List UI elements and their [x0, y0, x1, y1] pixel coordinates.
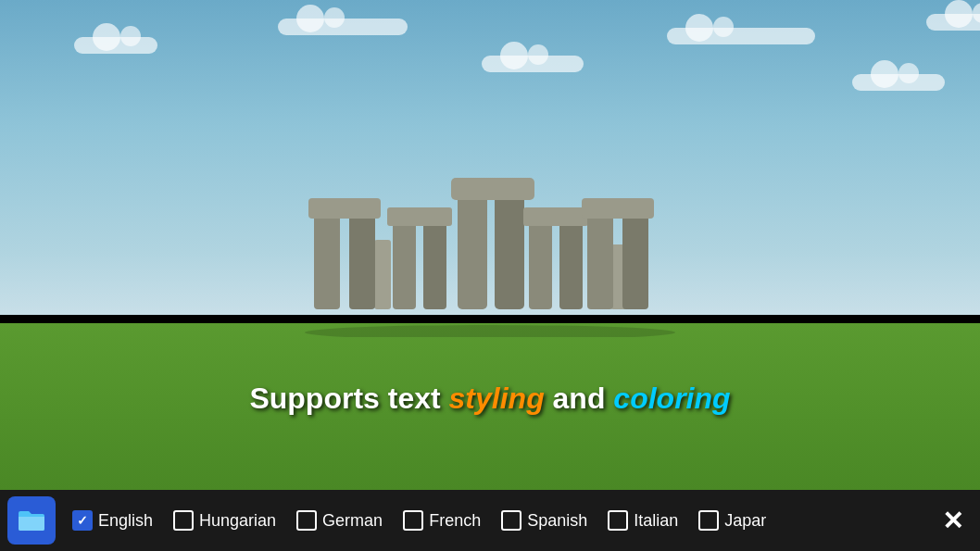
cloud: [926, 14, 980, 31]
cloud: [74, 37, 157, 54]
cloud: [482, 56, 584, 72]
lang-label-french: French: [429, 511, 481, 531]
lang-item-hungarian[interactable]: Hungarian: [164, 505, 285, 536]
svg-rect-12: [495, 189, 524, 309]
checkbox-italian[interactable]: [608, 510, 628, 531]
svg-rect-5: [314, 207, 340, 309]
subtitle: Supports text styling and coloring: [249, 382, 730, 416]
cloud: [278, 19, 408, 35]
language-list: EnglishHungarianGermanFrenchSpanishItali…: [63, 505, 775, 536]
lang-label-german: German: [322, 511, 383, 531]
close-icon: ✕: [942, 506, 963, 536]
toolbar: EnglishHungarianGermanFrenchSpanishItali…: [0, 490, 980, 551]
lang-item-french[interactable]: French: [394, 505, 490, 536]
checkbox-french[interactable]: [403, 510, 423, 531]
svg-rect-16: [523, 207, 588, 226]
subtitle-part1: Supports text: [249, 382, 448, 415]
lang-label-english: English: [98, 511, 153, 531]
lang-label-spanish: Spanish: [527, 511, 587, 531]
subtitle-part4: coloring: [613, 382, 730, 415]
checkbox-german[interactable]: [296, 510, 317, 531]
folder-icon: [17, 507, 46, 533]
close-button[interactable]: ✕: [932, 500, 973, 541]
svg-rect-2: [374, 240, 391, 309]
app: Supports text styling and coloring Engli…: [0, 0, 980, 551]
subtitle-part2: styling: [449, 382, 545, 415]
lang-label-italian: Italian: [634, 511, 678, 531]
svg-rect-19: [582, 198, 654, 219]
lang-item-spanish[interactable]: Spanish: [492, 505, 597, 536]
subtitle-part3: and: [545, 382, 614, 415]
checkbox-hungarian[interactable]: [173, 510, 194, 531]
svg-rect-14: [529, 217, 552, 309]
svg-point-0: [305, 325, 675, 337]
lang-item-japanese[interactable]: Japar: [689, 505, 775, 536]
checkbox-english[interactable]: [72, 510, 93, 531]
lang-label-hungarian: Hungarian: [199, 511, 276, 531]
folder-button[interactable]: [7, 496, 56, 545]
cloud: [852, 74, 945, 91]
svg-rect-11: [458, 189, 487, 309]
stonehenge: [295, 170, 685, 337]
svg-rect-7: [308, 198, 381, 219]
svg-rect-6: [349, 207, 375, 309]
svg-rect-15: [559, 217, 583, 309]
lang-item-english[interactable]: English: [63, 505, 162, 536]
video-area: Supports text styling and coloring: [0, 0, 980, 490]
cloud: [667, 28, 815, 44]
checkbox-japanese[interactable]: [698, 510, 719, 531]
svg-rect-9: [423, 217, 446, 309]
svg-rect-10: [387, 207, 452, 226]
svg-rect-8: [393, 217, 416, 309]
svg-rect-13: [451, 178, 534, 200]
lang-label-japanese: Japar: [724, 511, 766, 531]
lang-item-german[interactable]: German: [287, 505, 392, 536]
lang-item-italian[interactable]: Italian: [598, 505, 687, 536]
svg-rect-18: [622, 207, 648, 309]
checkbox-spanish[interactable]: [501, 510, 521, 531]
svg-rect-17: [587, 207, 613, 309]
